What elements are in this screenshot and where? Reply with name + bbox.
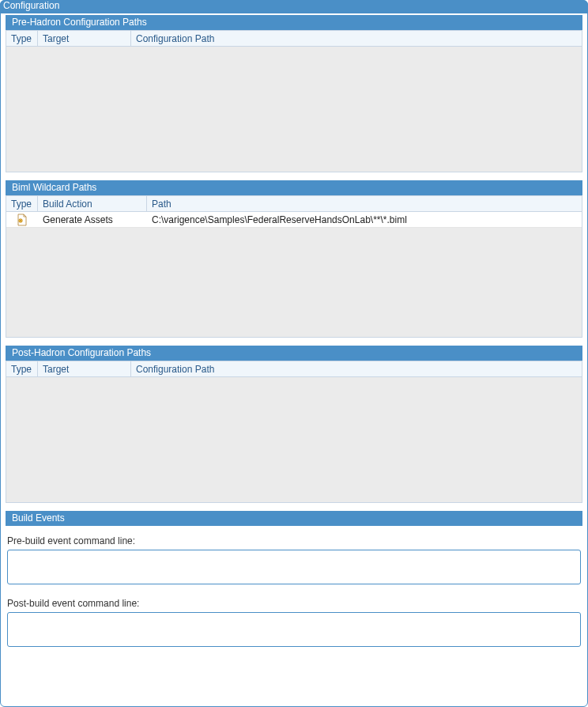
row-build-action: Generate Assets	[38, 212, 147, 227]
pre-build-command-input[interactable]	[7, 550, 581, 584]
col-header-configuration-path[interactable]: Configuration Path	[131, 361, 582, 376]
col-header-build-action[interactable]: Build Action	[38, 196, 147, 211]
panel-title: Configuration	[0, 0, 588, 13]
section-pre-hadron: Pre-Hadron Configuration Paths Type Targ…	[6, 15, 582, 172]
table-header-row: Type Target Configuration Path	[6, 361, 582, 377]
col-header-target[interactable]: Target	[38, 31, 131, 46]
table-header-row: Type Build Action Path	[6, 196, 582, 212]
section-header-post-hadron: Post-Hadron Configuration Paths	[6, 346, 582, 361]
col-header-configuration-path[interactable]: Configuration Path	[131, 31, 582, 46]
biml-wildcard-table[interactable]: Type Build Action Path	[6, 195, 582, 338]
section-biml-wildcard: Biml Wildcard Paths Type Build Action Pa…	[6, 180, 582, 338]
col-header-path[interactable]: Path	[147, 196, 582, 211]
pre-build-label: Pre-build event command line:	[7, 535, 581, 546]
row-path: C:\varigence\Samples\FederalReserveHands…	[147, 212, 582, 227]
pre-hadron-table[interactable]: Type Target Configuration Path	[6, 30, 582, 172]
col-header-target[interactable]: Target	[38, 361, 131, 376]
configuration-panel: Configuration Pre-Hadron Configuration P…	[0, 0, 588, 707]
section-header-build-events: Build Events	[6, 511, 582, 526]
section-build-events: Build Events Pre-build event command lin…	[6, 511, 582, 649]
post-build-label: Post-build event command line:	[7, 598, 581, 609]
biml-file-icon	[16, 214, 28, 226]
col-header-type[interactable]: Type	[6, 361, 38, 376]
post-hadron-table[interactable]: Type Target Configuration Path	[6, 361, 582, 503]
section-post-hadron: Post-Hadron Configuration Paths Type Tar…	[6, 346, 582, 503]
section-header-pre-hadron: Pre-Hadron Configuration Paths	[6, 15, 582, 30]
row-type-icon-cell	[6, 212, 38, 227]
col-header-type[interactable]: Type	[6, 196, 38, 211]
table-header-row: Type Target Configuration Path	[6, 31, 582, 47]
post-build-command-input[interactable]	[7, 612, 581, 647]
section-header-biml-wildcard: Biml Wildcard Paths	[6, 180, 582, 195]
col-header-type[interactable]: Type	[6, 31, 38, 46]
table-row[interactable]: Generate Assets C:\varigence\Samples\Fed…	[6, 212, 582, 228]
